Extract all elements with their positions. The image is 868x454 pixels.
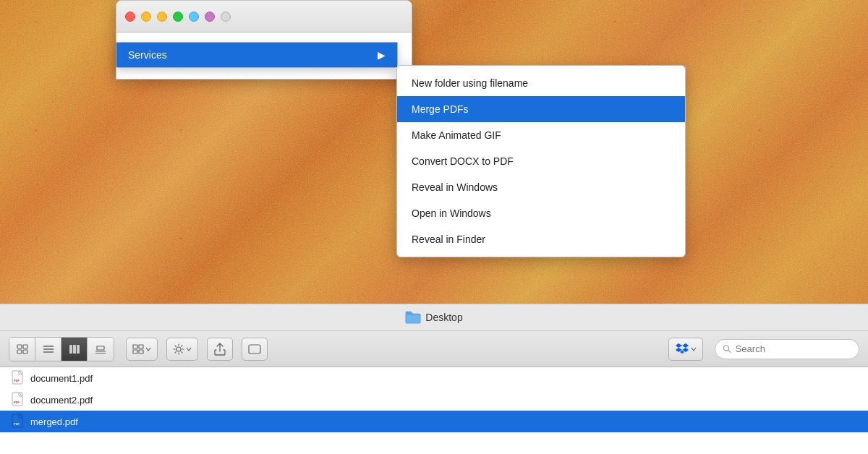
svg-rect-9 — [73, 345, 76, 354]
services-menu-item[interactable]: Services ▶ — [116, 43, 397, 67]
svg-rect-2 — [23, 345, 27, 348]
desktop-label: Desktop — [425, 312, 462, 323]
submenu-item-reveal-windows[interactable]: Reveal in Windows — [397, 174, 685, 200]
share-icon — [214, 343, 226, 356]
view-mode-group — [9, 337, 114, 361]
svg-rect-17 — [139, 350, 143, 354]
view-icons-button[interactable] — [9, 338, 35, 361]
svg-rect-14 — [133, 345, 137, 348]
pdf-icon-merged: PDF — [12, 414, 25, 429]
close-button[interactable] — [125, 12, 135, 22]
svg-text:PDF: PDF — [14, 422, 20, 426]
view-columns-button[interactable] — [61, 338, 88, 361]
svg-rect-4 — [23, 350, 27, 354]
file-name-2: document2.pdf — [30, 395, 93, 406]
submenu-item-open-windows[interactable]: Open in Windows — [397, 200, 685, 226]
svg-rect-16 — [133, 350, 137, 354]
submenu-item-make-gif[interactable]: Make Animated GIF — [397, 122, 685, 148]
search-box[interactable] — [715, 339, 859, 359]
minimize-button[interactable] — [141, 12, 151, 22]
arrange-button[interactable] — [126, 338, 158, 361]
arrange-chevron-icon — [145, 347, 151, 351]
file-name-merged: merged.pdf — [30, 416, 78, 427]
arrange-icon — [132, 344, 144, 354]
view-list-button[interactable] — [35, 338, 61, 361]
svg-text:PDF: PDF — [14, 401, 20, 404]
action-button[interactable] — [166, 338, 198, 361]
svg-line-21 — [728, 350, 731, 352]
tag-button[interactable] — [242, 338, 268, 361]
dropbox-chevron-icon — [691, 347, 697, 351]
file-name-1: document1.pdf — [30, 373, 93, 384]
svg-rect-3 — [17, 350, 22, 354]
pdf-icon-2: PDF — [12, 392, 25, 408]
window-title-bar — [116, 1, 412, 33]
search-icon — [723, 344, 731, 354]
maximize-button-yellow[interactable] — [157, 12, 167, 22]
submenu-item-new-folder[interactable]: New folder using filename — [397, 70, 685, 96]
dropbox-button[interactable] — [668, 338, 703, 361]
file-item-doc2[interactable]: PDF document2.pdf — [0, 389, 868, 411]
tag-icon — [248, 344, 261, 354]
services-menu: Services ▶ — [116, 42, 398, 68]
finder-toolbar — [0, 331, 868, 367]
svg-rect-15 — [139, 345, 143, 348]
view-cover-button[interactable] — [88, 338, 114, 361]
submenu-item-convert-docx[interactable]: Convert DOCX to PDF — [397, 148, 685, 174]
gear-icon — [173, 343, 184, 355]
cover-flow-icon — [95, 344, 106, 354]
submenu-item-reveal-finder[interactable]: Reveal in Finder — [397, 226, 685, 252]
file-item-doc1[interactable]: PDF document1.pdf — [0, 367, 868, 389]
svg-rect-11 — [97, 346, 104, 350]
file-list: PDF document1.pdf PDF document2.pdf PDF … — [0, 367, 868, 454]
svg-rect-10 — [77, 345, 80, 354]
maximize-button-blue[interactable] — [189, 12, 199, 22]
folder-icon — [405, 311, 421, 324]
list-view-icon — [43, 344, 54, 354]
dropbox-icon — [675, 343, 689, 356]
maximize-button-green[interactable] — [173, 12, 183, 22]
context-submenu: New folder using filename Merge PDFs Mak… — [396, 65, 686, 257]
action-chevron-icon — [186, 347, 192, 351]
services-arrow: ▶ — [378, 49, 386, 61]
icon-view-icon — [17, 344, 28, 354]
pdf-icon-1: PDF — [12, 370, 25, 386]
desktop-label-bar: Desktop — [0, 304, 868, 331]
submenu-item-merge-pdfs[interactable]: Merge PDFs — [397, 96, 685, 122]
services-label: Services — [128, 49, 167, 61]
svg-point-18 — [176, 347, 181, 351]
share-button[interactable] — [207, 338, 233, 361]
svg-text:PDF: PDF — [14, 379, 20, 382]
file-item-merged[interactable]: PDF merged.pdf — [0, 411, 868, 432]
maximize-button-gray[interactable] — [221, 12, 231, 22]
svg-rect-19 — [249, 345, 260, 354]
svg-rect-1 — [17, 345, 22, 348]
svg-rect-8 — [69, 345, 72, 354]
columns-view-icon — [69, 344, 80, 354]
search-input[interactable] — [736, 343, 851, 354]
maximize-button-purple[interactable] — [205, 12, 215, 22]
